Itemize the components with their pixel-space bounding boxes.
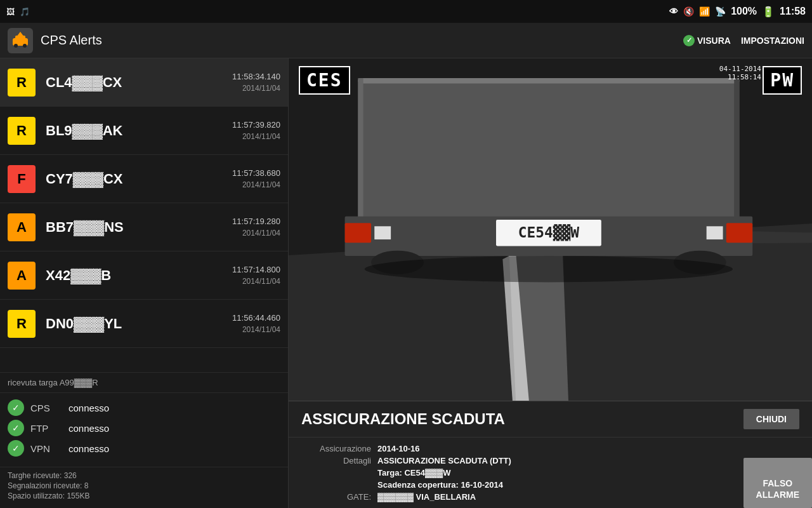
false-alarm-button[interactable]: FALSO ALLARME xyxy=(743,458,812,508)
conn-value: connesso xyxy=(69,443,109,454)
battery-label: 100% xyxy=(731,6,757,17)
detail-key: Assicurazione xyxy=(301,444,377,453)
details-content: Assicurazione 2014-10-16 Dettagli ASSICU… xyxy=(289,438,812,508)
alert-time: 11:57:19.280 xyxy=(232,217,280,226)
connection-status: ✓ CPS connesso ✓ FTP connesso ✓ VPN conn… xyxy=(0,392,288,467)
stat-line: Spazio utilizzato: 155KB xyxy=(8,491,280,500)
plate-overlay-left: CES xyxy=(299,66,350,95)
detail-value: Scadenza copertura: 16-10-2014 xyxy=(377,480,503,490)
top-bar: CPS Alerts ✓ VISURA IMPOSTAZIONI xyxy=(0,23,812,58)
alert-badge: R xyxy=(8,117,36,145)
status-bar-right: 👁 🔇 📶 📡 100% 🔋 11:58 xyxy=(669,6,806,18)
conn-label: VPN xyxy=(30,443,62,454)
plate-overlay-right: PW xyxy=(763,66,802,95)
alert-plate: X42▓▓▓B xyxy=(46,267,232,284)
conn-value: connesso xyxy=(69,423,109,434)
details-panel: ASSICURAZIONE SCADUTA CHIUDI Assicurazio… xyxy=(289,401,812,508)
alert-badge: A xyxy=(8,213,36,241)
connection-item: ✓ CPS connesso xyxy=(8,399,280,416)
app-icon xyxy=(8,28,33,53)
status-message: ricevuta targa A99▓▓▓R xyxy=(0,372,288,392)
stat-line: Segnalazioni ricevute: 8 xyxy=(8,481,280,490)
details-bottom: Assicurazione 2014-10-16 Dettagli ASSICU… xyxy=(289,438,812,508)
alert-badge: R xyxy=(8,310,36,338)
conn-value: connesso xyxy=(69,403,109,413)
camera-scene-svg: CE54▓▓W xyxy=(289,58,812,401)
stats-panel: Targhe ricevute: 326Segnalazioni ricevut… xyxy=(0,467,288,508)
details-title: ASSICURAZIONE SCADUTA xyxy=(301,410,505,428)
alert-date: 2014/11/04 xyxy=(232,84,280,93)
camera-background: CE54▓▓W CES PW 04-11-2014 xyxy=(289,58,812,401)
svg-rect-10 xyxy=(358,78,739,223)
stat-line: Targhe ricevute: 326 xyxy=(8,471,280,480)
svg-point-3 xyxy=(23,44,27,48)
alert-item[interactable]: A X42▓▓▓B 11:57:14.800 2014/11/04 xyxy=(0,251,288,300)
svg-rect-13 xyxy=(734,78,739,223)
conn-label: FTP xyxy=(30,423,62,434)
detail-key xyxy=(301,468,377,478)
alert-date: 2014/11/04 xyxy=(232,277,280,286)
alert-time: 11:56:44.460 xyxy=(232,313,280,323)
alert-time-block: 11:57:38.680 2014/11/04 xyxy=(232,168,280,189)
alert-list: R CL4▓▓▓CX 11:58:34.140 2014/11/04 R BL9… xyxy=(0,58,288,372)
conn-label: CPS xyxy=(30,403,62,413)
chiudi-button[interactable]: CHIUDI xyxy=(743,409,799,429)
svg-rect-16 xyxy=(726,223,752,243)
detail-key: Dettagli xyxy=(301,456,377,465)
alert-time-block: 11:57:19.280 2014/11/04 xyxy=(232,217,280,237)
svg-marker-4 xyxy=(16,32,24,37)
detail-key xyxy=(301,480,377,490)
alert-time-block: 11:57:39.820 2014/11/04 xyxy=(232,120,280,141)
svg-point-23 xyxy=(365,256,733,282)
wifi-icon: 📶 xyxy=(699,6,710,17)
detail-key: GATE: xyxy=(301,492,377,502)
alert-item[interactable]: F CY7▓▓▓CX 11:57:38.680 2014/11/04 xyxy=(0,155,288,203)
alert-date: 2014/11/04 xyxy=(232,132,280,141)
connection-item: ✓ FTP connesso xyxy=(8,420,280,436)
alert-plate: CY7▓▓▓CX xyxy=(46,171,232,187)
alert-badge: A xyxy=(8,262,36,290)
visura-button[interactable]: ✓ VISURA xyxy=(683,35,731,46)
impostazioni-button[interactable]: IMPOSTAZIONI xyxy=(741,36,804,46)
alert-date: 2014/11/04 xyxy=(232,180,280,189)
conn-green-icon: ✓ xyxy=(8,440,24,457)
alert-badge: R xyxy=(8,69,36,97)
alert-item[interactable]: R DN0▓▓▓YL 11:56:44.460 2014/11/04 xyxy=(0,300,288,348)
mute-icon: 🔇 xyxy=(683,6,694,17)
conn-green-icon: ✓ xyxy=(8,399,24,416)
alert-time: 11:57:14.800 xyxy=(232,265,280,274)
svg-rect-12 xyxy=(358,78,363,223)
alert-item[interactable]: R CL4▓▓▓CX 11:58:34.140 2014/11/04 xyxy=(0,58,288,107)
alert-time: 11:57:38.680 xyxy=(232,168,280,178)
detail-row: Assicurazione 2014-10-16 xyxy=(301,444,799,453)
svg-rect-11 xyxy=(358,78,739,83)
alert-time-block: 11:57:14.800 2014/11/04 xyxy=(232,265,280,286)
detail-value: 2014-10-16 xyxy=(377,444,420,453)
top-bar-actions: ✓ VISURA IMPOSTAZIONI xyxy=(683,35,804,46)
alert-plate: CL4▓▓▓CX xyxy=(46,74,232,91)
svg-rect-18 xyxy=(707,226,723,239)
alert-item[interactable]: R BL9▓▓▓AK 11:57:39.820 2014/11/04 xyxy=(0,107,288,155)
detail-value: Targa: CE54▓▓▓W xyxy=(377,468,451,478)
right-panel: CE54▓▓W CES PW 04-11-2014 xyxy=(289,58,812,508)
clock: 11:58 xyxy=(780,6,806,17)
status-bar: 🖼 🎵 👁 🔇 📶 📡 100% 🔋 11:58 xyxy=(0,0,812,23)
svg-point-2 xyxy=(14,44,18,48)
alert-plate: DN0▓▓▓YL xyxy=(46,316,232,332)
status-bar-left: 🖼 🎵 xyxy=(6,7,30,17)
alert-time: 11:58:34.140 xyxy=(232,72,280,81)
signal-icon: 📡 xyxy=(715,6,726,17)
detail-row: GATE: ▓▓▓▓▓▓ VIA_BELLARIA xyxy=(301,492,799,502)
alert-plate: BL9▓▓▓AK xyxy=(46,123,232,139)
photo-icon: 🖼 xyxy=(6,7,15,17)
alert-plate: BB7▓▓▓NS xyxy=(46,219,232,236)
camera-view: CE54▓▓W CES PW 04-11-2014 xyxy=(289,58,812,401)
alert-item[interactable]: A BB7▓▓▓NS 11:57:19.280 2014/11/04 xyxy=(0,203,288,251)
app-title: CPS Alerts xyxy=(41,33,683,48)
alert-date: 2014/11/04 xyxy=(232,325,280,334)
car-icon xyxy=(11,32,29,50)
details-header: ASSICURAZIONE SCADUTA CHIUDI xyxy=(289,401,812,438)
music-icon: 🎵 xyxy=(20,7,30,17)
alert-badge: F xyxy=(8,165,36,193)
eye-icon: 👁 xyxy=(669,6,678,17)
